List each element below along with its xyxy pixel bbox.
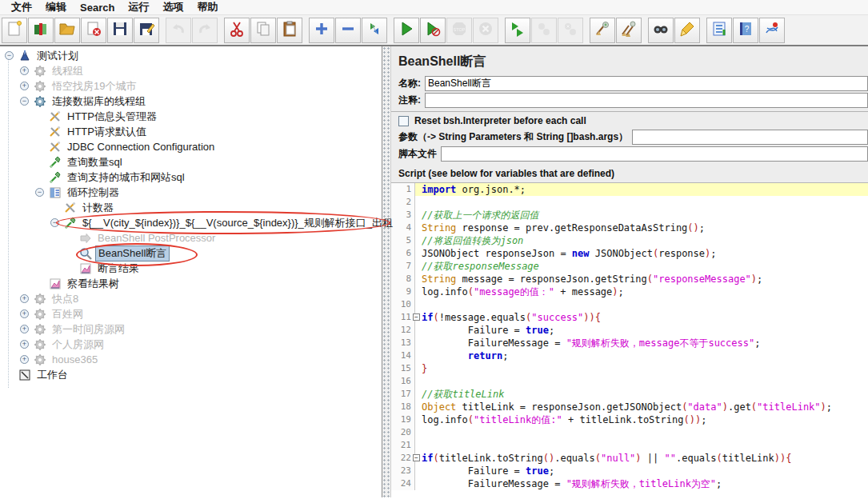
close-button[interactable] <box>81 18 106 43</box>
start-no-pauses-button[interactable] <box>420 18 446 43</box>
tree-node-22[interactable]: 工作台 <box>0 367 382 382</box>
tree-node-20[interactable]: +个人房源网 <box>0 337 382 352</box>
tree-node-8[interactable]: 查询数量sql <box>0 154 382 170</box>
help-button[interactable]: ? <box>733 18 758 43</box>
code-line-2[interactable]: 2 <box>391 196 868 209</box>
expand-handle-icon[interactable]: + <box>20 340 29 349</box>
code-line-7[interactable]: 7//获取responseMessage <box>391 260 868 273</box>
function-helper-button[interactable] <box>706 18 732 43</box>
code-line-22[interactable]: 22−if(titleLink.toString().equals("null"… <box>391 452 868 465</box>
tree-node-16[interactable]: 察看结果树 <box>0 276 382 291</box>
code-text <box>415 196 422 209</box>
tree-node-11[interactable]: 计数器 <box>0 200 382 215</box>
remote-start-all-button[interactable] <box>505 18 530 43</box>
code-line-15[interactable]: 15} <box>391 362 868 375</box>
tree-node-13[interactable]: BeanShell PostProcessor <box>0 230 382 246</box>
split-divider[interactable] <box>382 46 391 497</box>
tree-node-9[interactable]: 查询支持的城市和网站sql <box>0 170 382 185</box>
code-line-11[interactable]: 11−if(!message.equals("success")){ <box>391 311 868 324</box>
code-line-14[interactable]: 14 return; <box>391 349 868 362</box>
code-line-23[interactable]: 23 Failure = true; <box>391 465 868 477</box>
expand-handle-icon[interactable]: + <box>20 66 29 75</box>
code-line-12[interactable]: 12 Failure = true; <box>391 324 868 337</box>
new-button[interactable] <box>2 18 27 43</box>
reset-interpreter-checkbox[interactable] <box>398 116 409 126</box>
menu-1[interactable]: 文件 <box>6 0 41 14</box>
parameters-input[interactable] <box>632 130 868 145</box>
cut-button[interactable] <box>224 18 250 43</box>
remote-start-all-icon <box>509 20 526 41</box>
menu-5[interactable]: 选项 <box>158 0 192 14</box>
stop-icon: STOP <box>450 20 468 41</box>
menu-6[interactable]: 帮助 <box>192 0 226 14</box>
tree-node-18[interactable]: +百姓网 <box>0 306 382 321</box>
collapse-all-button[interactable] <box>335 18 361 43</box>
code-line-20[interactable]: 20 <box>391 426 868 439</box>
search-icon <box>652 20 670 41</box>
collapse-handle-icon[interactable]: − <box>50 218 59 227</box>
name-input[interactable] <box>425 76 868 91</box>
collapse-handle-icon[interactable]: − <box>20 97 29 106</box>
tree-node-15[interactable]: 断言结果 <box>0 261 382 276</box>
code-line-17[interactable]: 17//获取titleLink <box>391 388 868 401</box>
save-button[interactable] <box>107 18 133 43</box>
code-line-18[interactable]: 18Object titleLink = responseJson.getJSO… <box>391 401 868 413</box>
code-line-4[interactable]: 4String response = prev.getResponseDataA… <box>391 222 868 234</box>
code-line-9[interactable]: 9log.info("message的值：" + message); <box>391 285 868 298</box>
tree-node-10[interactable]: −循环控制器 <box>0 185 382 200</box>
tree-node-17[interactable]: +快点8 <box>0 291 382 306</box>
clear-all-button[interactable] <box>616 18 642 43</box>
paste-button[interactable] <box>277 18 302 43</box>
tree-node-2[interactable]: +线程组 <box>0 63 382 78</box>
tree-node-21[interactable]: +house365 <box>0 352 382 367</box>
code-line-21[interactable]: 21 <box>391 439 868 452</box>
links-button[interactable] <box>759 18 785 43</box>
menu-2[interactable]: 编辑 <box>41 0 75 14</box>
code-line-13[interactable]: 13 FailureMessage = "规则解析失败，message不等于su… <box>391 337 868 349</box>
tree-node-4[interactable]: −连接数据库的线程组 <box>0 94 382 109</box>
comment-input[interactable] <box>425 93 868 108</box>
menu-3[interactable]: Search <box>75 2 123 14</box>
code-line-16[interactable]: 16 <box>391 375 868 388</box>
menu-4[interactable]: 运行 <box>123 0 158 14</box>
code-line-19[interactable]: 19log.info("titleLink的值:" + titleLink.to… <box>391 413 868 426</box>
collapse-handle-icon[interactable]: − <box>5 51 14 60</box>
fold-marker-icon[interactable]: − <box>413 313 420 321</box>
expand-all-button[interactable] <box>309 18 334 43</box>
tree-node-5[interactable]: HTTP信息头管理器 <box>0 109 382 124</box>
code-line-8[interactable]: 8String message = responseJson.getString… <box>391 273 868 285</box>
code-line-3[interactable]: 3//获取上一个请求的返回值 <box>391 209 868 222</box>
script-file-input[interactable] <box>441 146 868 162</box>
expand-handle-icon[interactable]: + <box>20 309 29 318</box>
line-number: 16 <box>391 375 415 388</box>
templates-button[interactable] <box>28 18 54 43</box>
save-as-button[interactable] <box>134 18 159 43</box>
code-line-6[interactable]: 6JSONObject responseJson = new JSONObjec… <box>391 247 868 260</box>
tree-node-14[interactable]: BeanShell断言 <box>0 246 382 261</box>
code-line-5[interactable]: 5//将返回值转换为json <box>391 234 868 247</box>
code-line-1[interactable]: 1import org.json.*; <box>391 183 868 196</box>
search-reset-button[interactable] <box>674 18 700 43</box>
tree-node-1[interactable]: −测试计划 <box>0 48 382 63</box>
tree-node-3[interactable]: +悟空找房19个城市 <box>0 78 382 94</box>
expand-handle-icon[interactable]: + <box>20 355 29 364</box>
tree-node-6[interactable]: HTTP请求默认值 <box>0 124 382 139</box>
copy-button[interactable] <box>250 18 276 43</box>
tree-node-7[interactable]: JDBC Connection Configuration <box>0 139 382 154</box>
fold-marker-icon[interactable]: − <box>413 454 420 461</box>
tree-node-12[interactable]: −${__V(city_${index})}_${__V(source_${in… <box>0 215 382 230</box>
collapse-handle-icon[interactable]: − <box>35 188 44 197</box>
expand-handle-icon[interactable]: + <box>20 294 29 303</box>
expand-handle-icon[interactable]: + <box>20 82 29 90</box>
script-editor[interactable]: 1import org.json.*;23//获取上一个请求的返回值4Strin… <box>391 182 868 497</box>
tree-node-19[interactable]: +第一时间房源网 <box>0 321 382 337</box>
beanshell-assertion-panel: BeanShell断言 名称: 注释: Reset bsh.Interprete… <box>391 46 868 497</box>
clear-button[interactable] <box>590 18 615 43</box>
expand-handle-icon[interactable]: + <box>20 325 29 333</box>
toggle-button[interactable] <box>362 18 387 43</box>
code-line-10[interactable]: 10 <box>391 298 868 311</box>
open-button[interactable] <box>54 18 80 43</box>
search-button[interactable] <box>648 18 674 43</box>
start-button[interactable] <box>394 18 419 43</box>
code-line-24[interactable]: 24 FailureMessage = "规则解析失败，titleLink为空"… <box>391 477 868 490</box>
